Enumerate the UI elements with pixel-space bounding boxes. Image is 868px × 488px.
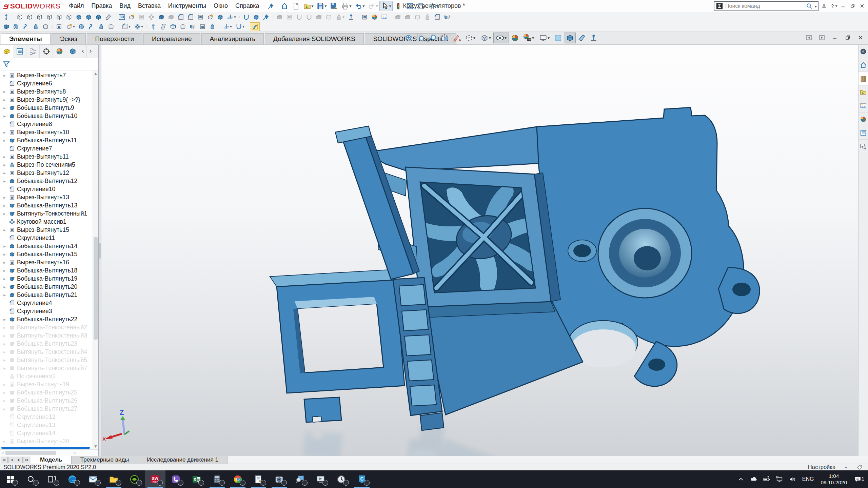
swept-boss-button[interactable] bbox=[21, 22, 31, 31]
mirror-button[interactable] bbox=[188, 22, 198, 31]
solid-cube-button[interactable] bbox=[251, 13, 261, 21]
expand-arrow-icon[interactable] bbox=[2, 195, 7, 200]
scroll-right-icon[interactable]: › bbox=[72, 450, 78, 455]
swept-cut-button[interactable] bbox=[86, 22, 96, 31]
expand-arrow-icon[interactable] bbox=[2, 154, 7, 159]
menu-item[interactable]: Правка bbox=[88, 0, 116, 12]
expand-arrow-icon[interactable] bbox=[2, 179, 7, 184]
onedrive-tray-icon[interactable] bbox=[747, 470, 760, 488]
separator[interactable] bbox=[145, 22, 149, 31]
home-button[interactable] bbox=[279, 1, 290, 11]
previous-document-button[interactable] bbox=[805, 34, 813, 42]
pattern-tool-4[interactable] bbox=[422, 13, 432, 21]
save-button[interactable] bbox=[315, 1, 328, 11]
tool-button-4[interactable] bbox=[304, 13, 314, 21]
tree-item[interactable]: Бобышка-Вытянуть10 bbox=[0, 112, 93, 120]
revolved-boss-button[interactable] bbox=[11, 22, 21, 31]
tool-button-6[interactable] bbox=[324, 13, 334, 21]
tree-item[interactable]: Вырез-Вытянуть12 bbox=[0, 169, 93, 177]
mail-app[interactable]: 1 bbox=[83, 470, 103, 488]
separator[interactable] bbox=[217, 22, 221, 31]
tree-horizontal-scrollbar[interactable]: ‹ › bbox=[0, 449, 98, 456]
boss-extrude-button[interactable] bbox=[156, 13, 166, 21]
tag-icon[interactable] bbox=[856, 464, 863, 470]
tree-item[interactable]: Скругление13 bbox=[0, 421, 93, 429]
zoom-to-fit-button[interactable] bbox=[403, 33, 415, 43]
pattern-tool-1[interactable] bbox=[393, 13, 403, 21]
pin-menu-button[interactable] bbox=[266, 1, 276, 11]
addins-tab[interactable] bbox=[66, 45, 79, 58]
calculator-app[interactable] bbox=[207, 470, 228, 488]
restore-button[interactable] bbox=[848, 2, 856, 10]
next-tab-button[interactable] bbox=[16, 457, 23, 463]
edit-appearance-button[interactable] bbox=[509, 33, 521, 43]
menu-item[interactable]: Вид bbox=[116, 0, 134, 12]
curves-button[interactable] bbox=[234, 22, 246, 31]
publish-edrawings-button[interactable] bbox=[328, 1, 340, 11]
lofted-cut-button[interactable] bbox=[96, 22, 106, 31]
minimize-button[interactable] bbox=[839, 2, 847, 10]
shell-button[interactable] bbox=[168, 22, 178, 31]
excel-app[interactable] bbox=[186, 470, 207, 488]
sweep-button[interactable] bbox=[241, 13, 251, 21]
separator[interactable] bbox=[356, 13, 360, 21]
expand-arrow-icon[interactable] bbox=[2, 317, 7, 322]
expand-arrow-icon[interactable] bbox=[2, 366, 7, 371]
expand-arrow-icon[interactable] bbox=[2, 333, 7, 338]
hide-show-items-button[interactable] bbox=[493, 33, 509, 43]
tree-item[interactable]: Вытянуть-Тонкостенный2 bbox=[0, 323, 93, 331]
expand-arrow-icon[interactable] bbox=[2, 276, 7, 281]
instant3d-button[interactable] bbox=[588, 33, 599, 43]
smart-feature-button[interactable] bbox=[127, 13, 137, 21]
section-view-button[interactable] bbox=[438, 33, 450, 43]
mirror-button[interactable] bbox=[442, 13, 452, 21]
expand-arrow-icon[interactable] bbox=[2, 130, 7, 135]
tree-item[interactable]: Вытянуть-Тонкостенный5 bbox=[0, 356, 93, 364]
customize-label[interactable]: Настройка bbox=[808, 464, 835, 470]
cut-button[interactable] bbox=[196, 13, 205, 21]
scroll-thumb[interactable] bbox=[94, 237, 98, 340]
expand-arrow-icon[interactable] bbox=[2, 284, 7, 289]
tree-item[interactable]: Бобышка-Вытянуть22 bbox=[0, 315, 93, 323]
search-icon[interactable] bbox=[806, 3, 813, 9]
pattern-tool-3[interactable] bbox=[413, 13, 422, 21]
tree-item[interactable]: Вырез-Вытянуть11 bbox=[0, 152, 93, 161]
hole-wizard-button[interactable] bbox=[64, 22, 77, 31]
tree-item[interactable]: Скругление7 bbox=[0, 144, 93, 152]
recorder-app[interactable] bbox=[310, 470, 331, 488]
login-button[interactable] bbox=[820, 2, 828, 10]
panel-tabs-scroll-right[interactable] bbox=[87, 45, 94, 58]
language-indicator[interactable]: ENG bbox=[799, 476, 817, 482]
notepad-app[interactable] bbox=[248, 470, 269, 488]
tree-item[interactable]: Скругление3 bbox=[0, 307, 93, 315]
expand-arrow-icon[interactable] bbox=[2, 398, 7, 403]
tree-item[interactable]: Вырез-Вытянуть15 bbox=[0, 226, 93, 234]
extruded-cut-button[interactable] bbox=[137, 13, 146, 21]
expand-arrow-icon[interactable] bbox=[2, 105, 7, 110]
first-tab-button[interactable] bbox=[1, 457, 8, 463]
status-expand-icon[interactable]: ▲ bbox=[844, 465, 848, 469]
reference-geometry-button[interactable] bbox=[221, 22, 234, 31]
menu-item[interactable]: Справка bbox=[232, 0, 263, 12]
tree-item[interactable]: Вытянуть-Тонкостенный1 bbox=[0, 209, 93, 218]
taskbar-search-button[interactable] bbox=[21, 470, 41, 488]
tree-item[interactable]: Бобышка-Вытянуть12 bbox=[0, 177, 93, 185]
zoom-to-area-button[interactable] bbox=[415, 33, 427, 43]
front-view-button[interactable] bbox=[15, 13, 25, 21]
command-search[interactable] bbox=[714, 1, 818, 11]
right-view-button[interactable] bbox=[44, 13, 54, 21]
tab-repair[interactable]: Исправление bbox=[143, 33, 200, 44]
panel-tabs-scroll-left[interactable] bbox=[79, 45, 87, 58]
expand-arrow-icon[interactable] bbox=[2, 252, 7, 257]
print-button[interactable] bbox=[340, 1, 353, 11]
tree-item[interactable]: Бобышка-Вытянуть15 bbox=[0, 250, 93, 258]
3d-scene[interactable]: X Z bbox=[101, 45, 858, 456]
tree-item[interactable]: Вырез-По сечениям5 bbox=[0, 161, 93, 169]
marketplace-tab[interactable] bbox=[859, 45, 868, 58]
search-input[interactable] bbox=[725, 3, 804, 9]
tree-item[interactable]: Вытянуть-Тонкостенный4 bbox=[0, 348, 93, 356]
file-explorer-app[interactable] bbox=[103, 470, 124, 488]
tree-item[interactable]: Вырез-Вытянуть9{ ->?} bbox=[0, 96, 93, 104]
expand-arrow-icon[interactable] bbox=[2, 114, 7, 119]
lofted-boss-button[interactable] bbox=[31, 22, 41, 31]
